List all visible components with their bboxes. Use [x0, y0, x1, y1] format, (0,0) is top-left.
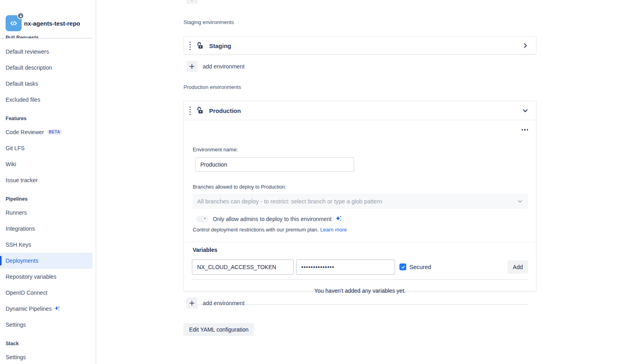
sidebar-item-ssh-keys[interactable]: SSH Keys — [0, 237, 96, 253]
sidebar-item-issue-tracker[interactable]: Issue tracker — [0, 172, 96, 188]
production-environments-label: Production environments — [183, 84, 241, 90]
sidebar-item-wiki[interactable]: Wiki — [0, 156, 96, 172]
section-header-slack: Slack — [0, 340, 96, 347]
checkmark-icon — [401, 265, 405, 269]
section-header-pull-requests: Pull Requests — [6, 34, 90, 38]
unlock-icon — [196, 107, 204, 115]
sidebar-divider — [0, 38, 93, 38]
variable-value-input[interactable] — [296, 259, 395, 275]
selected-indicator — [0, 256, 2, 265]
drag-handle-icon[interactable] — [188, 42, 192, 50]
sidebar-item-deployments[interactable]: Deployments — [0, 253, 93, 269]
add-variable-button[interactable]: Add — [508, 260, 528, 274]
sidebar-item-openid-connect[interactable]: OpenID Connect — [0, 285, 96, 301]
production-card-body: Environment name: Branches allowed to de… — [184, 120, 536, 292]
add-staging-environment-button[interactable]: add environment — [186, 61, 244, 72]
environment-name-input[interactable] — [195, 157, 354, 172]
sidebar-item-excluded-files[interactable]: Excluded files — [0, 92, 96, 108]
add-production-environment-button[interactable]: add environment — [186, 298, 244, 309]
repo-link[interactable]: nx-agents-test-repo — [6, 15, 80, 31]
staging-environment-name: Staging — [209, 42, 231, 49]
sidebar-item-runners[interactable]: Runners — [0, 205, 96, 221]
edit-yaml-configuration-button[interactable]: Edit YAML configuration — [183, 323, 254, 336]
chevron-down-icon — [517, 198, 523, 205]
secured-checkbox[interactable] — [399, 263, 406, 270]
sidebar-item-pipelines-settings[interactable]: Settings — [0, 317, 96, 333]
branch-restriction-select[interactable]: All branches can deploy - to restrict: s… — [193, 194, 528, 209]
sidebar-item-dynamic-pipelines[interactable]: Dynamic Pipelines — [0, 301, 96, 317]
repo-avatar — [6, 15, 22, 31]
variables-list-divider — [192, 280, 528, 280]
empty-variables-text: You haven't added any variables yet. — [184, 288, 536, 294]
beta-badge: BETA — [47, 129, 62, 135]
sidebar-item-integrations[interactable]: Integrations — [0, 221, 96, 237]
settings-sidebar: nx-agents-test-repo Pull Requests Defaul… — [0, 0, 96, 364]
more-options-icon[interactable] — [520, 127, 530, 133]
sidebar-item-default-description[interactable]: Default description — [0, 60, 96, 76]
add-environment-button-top[interactable]: add environment — [186, 0, 244, 4]
production-card-header[interactable]: Production — [184, 101, 536, 120]
admin-only-toggle-row: ✕ Only allow admins to deploy to this en… — [196, 215, 343, 223]
private-lock-badge-icon — [17, 12, 24, 19]
plus-icon — [186, 298, 198, 309]
variables-title: Variables — [193, 247, 218, 253]
admin-only-label: Only allow admins to deploy to this envi… — [213, 216, 331, 222]
environment-name-label: Environment name: — [193, 147, 238, 153]
plus-icon — [186, 61, 198, 72]
chevron-right-icon[interactable] — [522, 42, 529, 51]
branch-select-placeholder: All branches can deploy - to restrict: s… — [197, 198, 517, 205]
sidebar-item-default-reviewers[interactable]: Default reviewers — [0, 44, 96, 60]
branches-allowed-label: Branches allowed to deploy to Production… — [193, 184, 286, 190]
secured-label: Secured — [409, 264, 431, 270]
sidebar-item-default-tasks[interactable]: Default tasks — [0, 76, 96, 92]
drag-handle-icon[interactable] — [188, 107, 192, 115]
variables-section-divider — [184, 242, 536, 242]
learn-more-link[interactable]: Learn more — [320, 227, 347, 233]
sidebar-item-code-reviewer[interactable]: Code Reviewer BETA — [0, 124, 96, 140]
sidebar-item-git-lfs[interactable]: Git LFS — [0, 140, 96, 156]
production-environment-name: Production — [209, 107, 241, 114]
production-environment-card: Production Environment name: Branches al… — [183, 101, 536, 292]
secured-checkbox-row: Secured — [399, 263, 431, 270]
staging-environments-label: Staging environments — [183, 19, 234, 25]
sidebar-item-repository-variables[interactable]: Repository variables — [0, 269, 96, 285]
admin-only-toggle[interactable]: ✕ — [196, 216, 208, 222]
staging-card-header[interactable]: Staging — [184, 36, 536, 55]
code-icon — [9, 19, 18, 28]
section-header-pipelines: Pipelines — [0, 196, 96, 202]
staging-environment-card: Staging — [183, 36, 536, 54]
sidebar-item-slack-settings[interactable]: Settings — [0, 349, 96, 364]
repo-name: nx-agents-test-repo — [24, 20, 80, 27]
sparkle-icon — [54, 306, 60, 312]
deployments-settings-page: nx-agents-test-repo Pull Requests Defaul… — [0, 0, 623, 364]
unlock-icon — [196, 42, 204, 50]
premium-plan-text: Control deployment restrictions with our… — [193, 227, 347, 233]
toggle-off-x-icon: ✕ — [202, 216, 208, 222]
sparkle-icon — [335, 215, 343, 223]
plus-icon — [186, 0, 198, 4]
sidebar-nav: Default reviewers Default description De… — [0, 44, 96, 364]
variable-name-input[interactable] — [192, 259, 294, 275]
chevron-down-icon[interactable] — [522, 107, 529, 116]
section-header-features: Features — [0, 115, 96, 122]
